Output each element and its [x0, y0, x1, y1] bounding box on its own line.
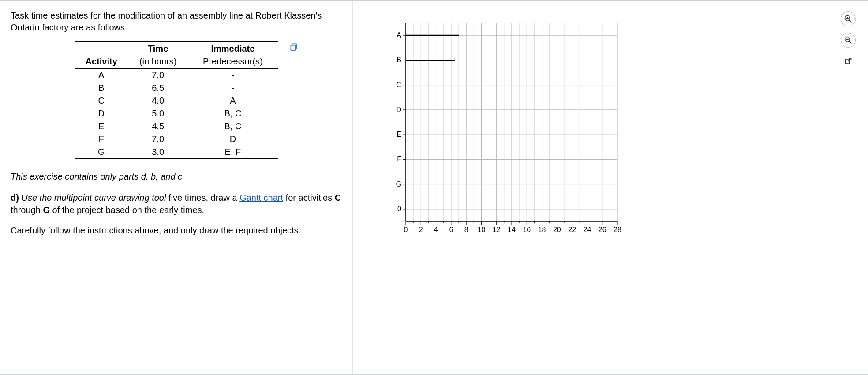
- table-row: E4.5B, C: [75, 120, 278, 133]
- cell-pred: B, C: [188, 107, 277, 120]
- svg-line-3: [849, 20, 852, 22]
- cell-pred: B, C: [188, 120, 277, 133]
- part-d-text: d) Use the multipoint curve drawing tool…: [11, 191, 342, 216]
- svg-text:A: A: [397, 31, 401, 39]
- svg-text:20: 20: [553, 226, 561, 233]
- cell-time: 4.5: [128, 120, 188, 133]
- svg-text:B: B: [397, 56, 401, 64]
- col-header-time-1: Time: [128, 42, 188, 55]
- table-row: G3.0E, F: [75, 146, 278, 159]
- intro-text: Task time estimates for the modification…: [11, 10, 342, 34]
- svg-text:E: E: [397, 131, 401, 138]
- svg-text:2: 2: [419, 226, 423, 233]
- cell-time: 7.0: [128, 133, 188, 146]
- cell-activity: C: [75, 94, 128, 107]
- cell-activity: G: [75, 146, 128, 159]
- cell-time: 7.0: [128, 68, 188, 82]
- svg-text:F: F: [397, 155, 401, 163]
- part-mid: five times, draw a: [166, 193, 239, 202]
- table-row: C4.0A: [75, 94, 278, 107]
- svg-text:28: 28: [614, 226, 621, 233]
- gantt-chart-svg: ABCDEFG00246810121416182022242628: [393, 23, 622, 244]
- svg-text:8: 8: [464, 226, 468, 233]
- cell-activity: A: [75, 68, 128, 82]
- svg-text:10: 10: [478, 226, 486, 233]
- svg-text:4: 4: [434, 226, 438, 233]
- part-label: d): [11, 193, 19, 202]
- part-bold-g: G: [43, 205, 50, 215]
- cell-pred: -: [188, 82, 277, 94]
- cell-time: 5.0: [128, 107, 188, 120]
- exercise-note: This exercise contains only parts d, b, …: [11, 172, 342, 182]
- svg-text:14: 14: [508, 226, 516, 233]
- svg-text:12: 12: [493, 226, 501, 233]
- cell-time: 4.0: [128, 94, 188, 107]
- activity-table: Activity Time Immediate (in hours) Prede…: [75, 41, 278, 159]
- data-table-wrap: Activity Time Immediate (in hours) Prede…: [66, 41, 287, 159]
- svg-text:22: 22: [568, 226, 576, 233]
- zoom-out-button[interactable]: [841, 33, 856, 48]
- svg-rect-9: [845, 59, 849, 64]
- zoom-in-button[interactable]: [841, 11, 856, 26]
- chart-toolbar: [841, 11, 856, 69]
- svg-text:16: 16: [523, 226, 531, 233]
- question-text-pane: Task time estimates for the modification…: [0, 1, 353, 374]
- chart-pane: ABCDEFG00246810121416182022242628: [353, 1, 868, 374]
- cell-pred: A: [188, 94, 277, 107]
- svg-text:18: 18: [538, 226, 546, 233]
- zoom-in-icon: [844, 15, 853, 23]
- table-row: B6.5-: [75, 82, 278, 94]
- col-header-time-2: (in hours): [128, 55, 188, 68]
- part-bold-c: C: [335, 193, 341, 202]
- follow-instructions: Carefully follow the instructions above,…: [11, 224, 342, 236]
- part-tail: for activities: [283, 193, 335, 202]
- cell-activity: D: [75, 107, 128, 120]
- copy-table-icon[interactable]: [289, 42, 298, 51]
- cell-activity: F: [75, 133, 128, 146]
- cell-time: 6.5: [128, 82, 188, 94]
- table-row: D5.0B, C: [75, 107, 278, 120]
- svg-text:6: 6: [449, 226, 453, 233]
- svg-rect-1: [291, 45, 295, 51]
- zoom-out-icon: [844, 36, 853, 45]
- part-tail2: of the project based on the early times.: [50, 205, 204, 215]
- cell-pred: E, F: [188, 146, 277, 159]
- table-row: F7.0D: [75, 133, 278, 146]
- popout-button[interactable]: [841, 54, 856, 69]
- col-header-activity: Activity: [75, 42, 128, 68]
- svg-text:0: 0: [404, 226, 408, 233]
- svg-text:0: 0: [397, 205, 401, 213]
- svg-text:24: 24: [584, 226, 591, 233]
- cell-pred: -: [188, 68, 277, 82]
- svg-text:D: D: [396, 106, 401, 113]
- part-lead: Use the multipoint curve drawing tool: [21, 193, 166, 202]
- gantt-chart-canvas[interactable]: ABCDEFG00246810121416182022242628: [393, 23, 622, 244]
- svg-line-7: [849, 41, 852, 44]
- popout-icon: [844, 57, 853, 66]
- table-row: A7.0-: [75, 68, 278, 82]
- col-header-pred-1: Immediate: [188, 42, 277, 55]
- cell-activity: E: [75, 120, 128, 133]
- part-through: through: [11, 205, 43, 215]
- svg-text:G: G: [396, 180, 401, 188]
- cell-time: 3.0: [128, 146, 188, 159]
- svg-text:26: 26: [599, 226, 606, 233]
- cell-pred: D: [188, 133, 277, 146]
- table-body: A7.0- B6.5- C4.0A D5.0B, C E4.5B, C F7.0…: [75, 68, 278, 159]
- svg-text:C: C: [396, 81, 401, 89]
- gantt-chart-link[interactable]: Gantt chart: [239, 193, 283, 202]
- col-header-pred-2: Predecessor(s): [188, 55, 277, 68]
- cell-activity: B: [75, 82, 128, 94]
